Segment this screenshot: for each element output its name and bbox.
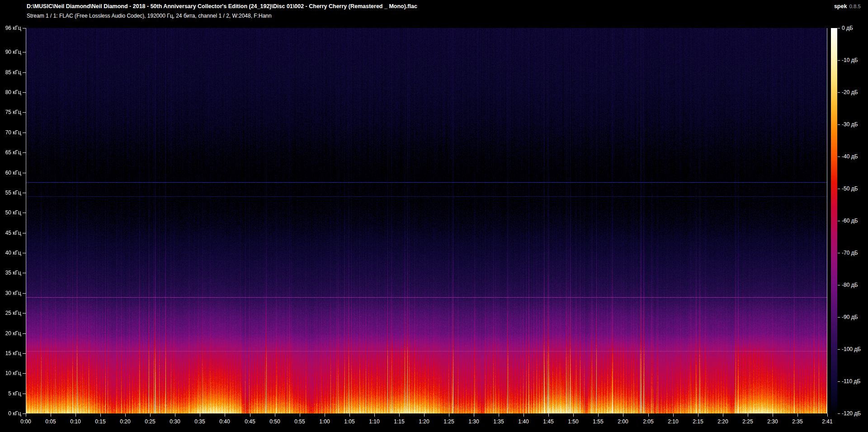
time-label: 1:45 [538,418,558,425]
freq-label: 15 кГц [0,350,21,356]
time-label: 1:20 [414,418,434,425]
freq-label: 5 кГц [0,390,21,397]
time-tick [748,413,748,417]
time-label: 1:25 [439,418,459,425]
time-tick [300,413,300,417]
spectrogram [26,28,827,413]
time-tick [623,413,623,417]
time-tick [499,413,499,417]
time-tick [424,413,425,417]
freq-label: 40 кГц [0,250,21,256]
db-tick [838,157,840,157]
stream-info: Stream 1 / 1: FLAC (Free Lossless Audio … [27,13,272,19]
db-label: -50 дБ [842,185,868,192]
freq-tick [23,293,26,294]
time-label: 1:50 [563,418,583,425]
time-tick [827,413,828,417]
db-label: 0 дБ [842,25,868,31]
time-tick [648,413,649,417]
time-label: 1:35 [489,418,509,425]
time-tick [598,413,599,417]
time-label: 1:10 [364,418,384,425]
time-label: 0:25 [140,418,160,425]
freq-label: 80 кГц [0,89,21,95]
time-tick [275,413,275,417]
freq-label: 25 кГц [0,310,21,316]
freq-tick [23,28,26,28]
db-tick [838,349,840,350]
db-label: -60 дБ [842,218,868,224]
time-tick [524,413,524,417]
time-label: 0:05 [41,418,61,425]
time-label: 1:00 [315,418,335,425]
freq-label: 85 кГц [0,69,21,76]
freq-label: 45 кГц [0,230,21,236]
time-label: 2:35 [788,418,807,425]
freq-label: 90 кГц [0,49,21,55]
time-tick [26,413,26,417]
time-tick [125,413,126,417]
freq-tick [23,52,26,52]
freq-tick [23,193,26,193]
time-tick [773,413,773,417]
time-tick [474,413,474,417]
freq-tick [23,233,26,233]
db-tick [838,60,840,61]
db-label: -70 дБ [842,250,868,256]
freq-tick [23,213,26,213]
time-tick [200,413,200,417]
freq-tick [23,173,26,173]
time-label: 1:05 [340,418,359,425]
freq-label: 96 кГц [0,25,21,31]
time-label: 2:20 [713,418,733,425]
freq-label: 70 кГц [0,129,21,136]
app-version: 0.8.5 [849,4,861,9]
time-label: 2:10 [663,418,683,425]
time-label: 0:10 [66,418,85,425]
time-label: 2:41 [817,418,837,425]
db-label: -80 дБ [842,282,868,288]
time-tick [374,413,375,417]
freq-tick [23,92,26,93]
freq-label: 55 кГц [0,190,21,196]
time-label: 0:00 [16,418,36,425]
time-label: 1:15 [389,418,409,425]
db-tick [838,28,840,28]
time-tick [673,413,674,417]
time-tick [449,413,449,417]
time-label: 1:55 [588,418,608,425]
freq-tick [23,394,26,394]
freq-tick [23,413,26,414]
time-label: 1:40 [514,418,533,425]
freq-tick [23,313,26,313]
freq-tick [23,253,26,253]
freq-tick [23,373,26,374]
time-tick [225,413,225,417]
spek-window: { "header": { "file_path": "D:\\MUSIC\\N… [0,0,868,432]
file-path: D:\MUSIC\Neil Diamond\Neil Diamond - 201… [27,3,417,9]
freq-label: 30 кГц [0,290,21,296]
time-tick [797,413,798,417]
time-tick [51,413,51,417]
db-label: -110 дБ [842,378,868,385]
time-label: 2:30 [763,418,783,425]
freq-label: 60 кГц [0,170,21,176]
freq-label: 10 кГц [0,370,21,376]
time-label: 0:35 [190,418,210,425]
time-tick [150,413,151,417]
freq-tick [23,72,26,73]
freq-label: 20 кГц [0,330,21,337]
freq-tick [23,112,26,113]
freq-label: 65 кГц [0,149,21,156]
time-tick [75,413,76,417]
db-label: -100 дБ [842,346,868,352]
time-label: 0:40 [215,418,235,425]
freq-label: 50 кГц [0,209,21,216]
colorbar [831,28,837,413]
time-label: 2:15 [688,418,708,425]
time-tick [325,413,325,417]
db-tick [838,253,840,253]
app-brand: spek0.8.5 [834,3,861,9]
db-label: -20 дБ [842,89,868,95]
time-label: 2:00 [613,418,633,425]
